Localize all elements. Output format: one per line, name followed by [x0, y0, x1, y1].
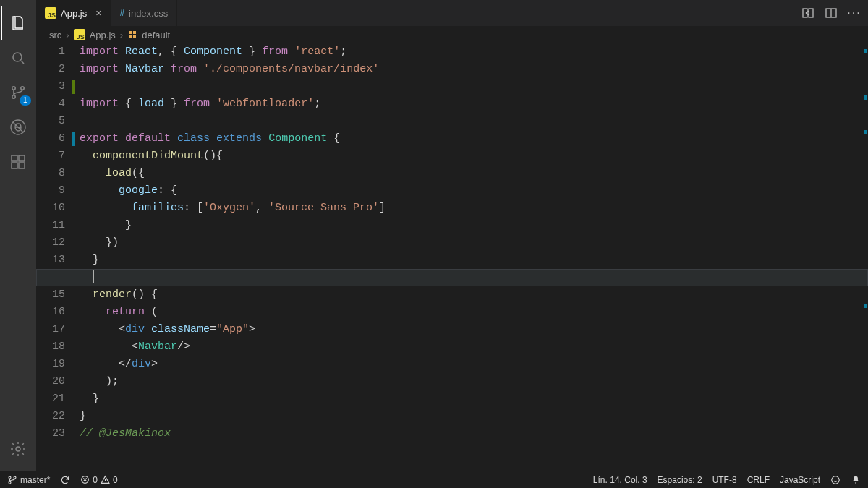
code-line[interactable]: return (	[80, 304, 868, 321]
smiley-icon	[830, 475, 841, 485]
code-line[interactable]: import React, { Component } from 'react'…	[80, 43, 868, 61]
line-number: 6	[36, 130, 65, 147]
tab-index-css[interactable]: # index.css	[111, 0, 177, 26]
breadcrumb[interactable]: src › JS App.js › default	[36, 26, 868, 43]
activity-search[interactable]	[1, 40, 35, 75]
editor-region: JS App.js × # index.css ··· src ›	[36, 0, 868, 471]
code-lines[interactable]: import React, { Component } from 'react'…	[80, 43, 868, 471]
line-number: 21	[36, 390, 65, 408]
activity-explorer[interactable]	[1, 6, 35, 40]
error-icon	[80, 475, 90, 484]
branch-name: master*	[20, 475, 50, 485]
code-line[interactable]: import { load } from 'webfontloader';	[80, 95, 868, 113]
svg-point-2	[12, 95, 15, 98]
symbol-icon	[127, 30, 137, 40]
svg-point-3	[21, 87, 24, 90]
code-line[interactable]: export default class extends Component {	[80, 130, 868, 147]
more-icon[interactable]: ···	[848, 7, 861, 20]
activity-settings[interactable]	[1, 432, 35, 466]
files-icon	[9, 14, 27, 32]
line-number: 5	[36, 113, 65, 130]
code-line[interactable]	[80, 78, 868, 95]
code-line[interactable]	[36, 269, 868, 286]
svg-rect-10	[803, 9, 807, 17]
git-gutter-mark	[72, 80, 75, 94]
activity-bar: 1	[0, 0, 36, 471]
svg-point-0	[13, 53, 22, 61]
svg-rect-7	[19, 163, 25, 168]
status-eol[interactable]: CRLF	[747, 475, 770, 485]
code-line[interactable]: render() {	[80, 286, 868, 304]
svg-rect-15	[129, 35, 132, 38]
status-problems[interactable]: 0 0	[80, 475, 117, 485]
activity-source-control[interactable]: 1	[1, 75, 35, 110]
css-file-icon: #	[119, 8, 124, 18]
code-line[interactable]: }	[80, 390, 868, 408]
line-number: 7	[36, 147, 65, 165]
svg-point-1	[12, 87, 15, 90]
js-file-icon: JS	[74, 29, 85, 40]
line-gutter: 1234567891011121314151617181920212223	[36, 43, 80, 471]
code-line[interactable]: </div>	[80, 356, 868, 373]
svg-rect-14	[133, 31, 136, 34]
tab-app-js[interactable]: JS App.js ×	[36, 0, 111, 26]
code-editor[interactable]: 1234567891011121314151617181920212223 im…	[36, 43, 868, 471]
line-number: 22	[36, 408, 65, 425]
breadcrumb-symbol[interactable]: default	[142, 30, 170, 40]
activity-extensions[interactable]	[1, 145, 35, 179]
status-branch[interactable]: master*	[7, 475, 50, 485]
status-sync[interactable]	[60, 475, 70, 485]
svg-rect-11	[809, 9, 813, 17]
status-cursor[interactable]: Lín. 14, Col. 3	[593, 475, 647, 485]
minimap[interactable]	[859, 43, 868, 471]
editor-tabs: JS App.js × # index.css ···	[36, 0, 868, 26]
close-icon[interactable]: ×	[95, 7, 101, 19]
svg-point-19	[14, 476, 16, 479]
status-language[interactable]: JavaScript	[780, 475, 820, 485]
tab-label: index.css	[129, 8, 168, 19]
line-number: 17	[36, 321, 65, 338]
split-editor-icon[interactable]	[825, 7, 838, 20]
code-line[interactable]: }	[80, 217, 868, 234]
line-number: 18	[36, 338, 65, 356]
code-line[interactable]: // @JesMakinox	[80, 425, 868, 442]
code-line[interactable]: google: {	[80, 182, 868, 200]
code-line[interactable]: <Navbar/>	[80, 338, 868, 356]
compare-changes-icon[interactable]	[801, 7, 814, 20]
line-number: 1	[36, 43, 65, 61]
line-number: 8	[36, 165, 65, 182]
activity-debug[interactable]	[1, 110, 35, 145]
warning-count: 0	[113, 475, 118, 485]
line-number: 23	[36, 425, 65, 442]
no-bug-icon	[9, 118, 27, 137]
line-number: 9	[36, 182, 65, 200]
breadcrumb-folder[interactable]: src	[49, 30, 61, 40]
code-line[interactable]: }	[80, 252, 868, 269]
code-line[interactable]: families: ['Oxygen', 'Source Sans Pro']	[80, 200, 868, 217]
tab-label: App.js	[61, 8, 87, 19]
svg-point-21	[832, 476, 840, 484]
svg-point-18	[9, 481, 11, 484]
svg-rect-5	[12, 155, 17, 161]
extensions-icon	[10, 154, 26, 170]
code-line[interactable]: load({	[80, 165, 868, 182]
line-number: 11	[36, 217, 65, 234]
status-bell[interactable]	[851, 475, 861, 485]
code-line[interactable]: componentDidMount(){	[80, 147, 868, 165]
status-encoding[interactable]: UTF-8	[712, 475, 737, 485]
code-line[interactable]: }	[80, 408, 868, 425]
status-feedback[interactable]	[830, 475, 841, 485]
git-gutter-mark	[72, 132, 75, 146]
breadcrumb-file[interactable]: App.js	[90, 30, 116, 40]
warning-icon	[101, 475, 110, 484]
code-line[interactable]: <div className="App">	[80, 321, 868, 338]
svg-rect-8	[19, 155, 25, 161]
code-line[interactable]: );	[80, 373, 868, 390]
status-indent[interactable]: Espacios: 2	[658, 475, 702, 485]
line-number: 2	[36, 61, 65, 78]
code-line[interactable]: })	[80, 234, 868, 252]
line-number: 15	[36, 286, 65, 304]
code-line[interactable]: import Navbar from './components/navbar/…	[80, 61, 868, 78]
search-icon	[9, 49, 27, 67]
code-line[interactable]	[80, 113, 868, 130]
